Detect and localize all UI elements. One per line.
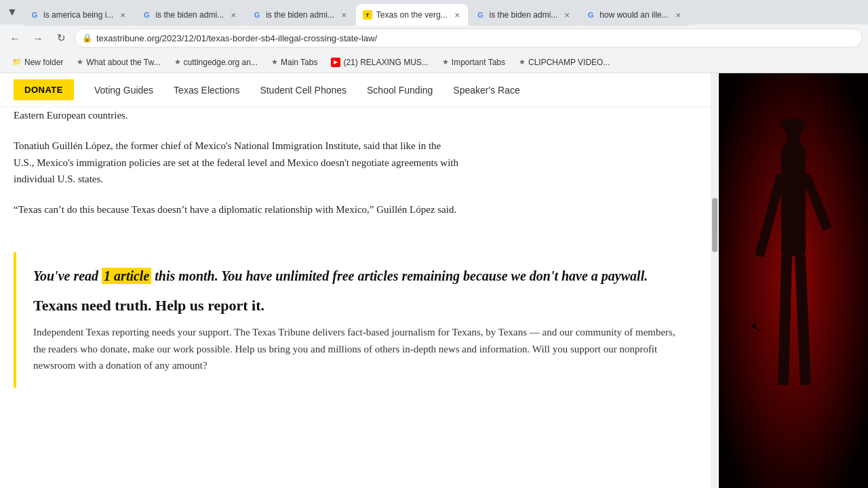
tab-title-3: is the biden admi... xyxy=(266,10,334,20)
address-text[interactable]: texastribune.org/2023/12/01/texas-border… xyxy=(96,33,855,43)
tab-favicon-2: G xyxy=(142,10,151,20)
tab-close-1[interactable]: ✕ xyxy=(117,9,128,20)
tab-5[interactable]: G is the biden admi... ✕ xyxy=(469,4,578,26)
paywall-read-count: You've read 1 article this month. You ha… xyxy=(33,266,680,286)
tab-title-6: how would an ille... xyxy=(599,10,668,20)
bookmark-label-5: Important Tabs xyxy=(452,58,505,67)
bookmark-3[interactable]: ★ Main Tabs xyxy=(266,56,323,69)
bookmark-new-folder[interactable]: 📁 New folder xyxy=(7,56,68,69)
bookmark-5[interactable]: ★ CLIPCHAMP VIDEO... xyxy=(513,56,615,69)
donate-button[interactable]: DONATE xyxy=(14,79,74,100)
nav-speakers-race[interactable]: Speaker's Race xyxy=(453,85,519,96)
paywall-box: You've read 1 article this month. You ha… xyxy=(14,252,697,388)
paywall-highlight: 1 article xyxy=(102,268,151,284)
tab-favicon-4: T xyxy=(363,10,372,20)
bookmark-youtube[interactable]: ▶ (21) RELAXING MUS... xyxy=(326,56,433,69)
bookmark-2[interactable]: ★ cuttingedge.org an... xyxy=(169,56,263,69)
tab-6[interactable]: G how would an ille... ✕ xyxy=(579,4,688,26)
tab-close-6[interactable]: ✕ xyxy=(673,9,684,20)
bookmark-label-2: cuttingedge.org an... xyxy=(184,58,258,67)
bookmark-label-6: CLIPCHAMP VIDEO... xyxy=(528,58,610,67)
tab-favicon-1: G xyxy=(30,10,39,20)
tab-3[interactable]: G is the biden admi... ✕ xyxy=(245,4,355,26)
tab-4-active[interactable]: T Texas on the verg... ✕ xyxy=(356,4,468,26)
browser-chrome: ▼ G is america being i... ✕ G is the bid… xyxy=(0,0,868,74)
article-para-1: Eastern European countries. xyxy=(14,107,461,124)
address-box[interactable]: 🔒 texastribune.org/2023/12/01/texas-bord… xyxy=(75,28,863,47)
side-image xyxy=(719,73,868,488)
svg-rect-3 xyxy=(781,155,806,256)
bookmark-1[interactable]: ★ What about the Tw... xyxy=(71,56,165,69)
article-para-3: “Texas can’t do this because Texas doesn… xyxy=(14,201,461,218)
bookmark-label-0: New folder xyxy=(24,58,63,67)
star-icon-5: ★ xyxy=(519,58,526,66)
paywall-read-prefix: You've read xyxy=(33,268,102,283)
tab-2[interactable]: G is the biden admi... ✕ xyxy=(135,4,244,26)
site-nav: DONATE Voting Guides Texas Elections Stu… xyxy=(0,73,711,107)
folder-icon: 📁 xyxy=(12,58,22,66)
new-tab-button[interactable]: ▼ xyxy=(3,3,22,22)
svg-line-7 xyxy=(800,256,806,385)
paywall-headline: Texans need truth. Help us report it. xyxy=(33,297,680,314)
back-button[interactable]: ← xyxy=(5,28,24,47)
star-icon-3: ★ xyxy=(271,58,278,66)
tab-close-3[interactable]: ✕ xyxy=(338,9,349,20)
tab-close-4[interactable]: ✕ xyxy=(452,9,462,20)
tab-favicon-5: G xyxy=(476,10,486,20)
address-bar-row: ← → ↻ 🔒 texastribune.org/2023/12/01/texa… xyxy=(0,24,868,52)
article-para-2: Tonatiuh Guillén López, the former chief… xyxy=(14,138,461,188)
bookmark-4[interactable]: ★ Important Tabs xyxy=(437,56,511,69)
nav-texas-elections[interactable]: Texas Elections xyxy=(174,85,239,96)
tab-favicon-6: G xyxy=(586,10,595,20)
silhouette-svg xyxy=(719,73,868,488)
tab-1[interactable]: G is america being i... ✕ xyxy=(23,4,134,26)
paywall-body: Independent Texas reporting needs your s… xyxy=(33,324,680,374)
tab-title-5: is the biden admi... xyxy=(490,10,558,20)
content-area: DONATE Voting Guides Texas Elections Stu… xyxy=(0,73,711,488)
scrollbar-thumb[interactable] xyxy=(712,198,717,252)
star-icon-1: ★ xyxy=(77,58,83,66)
refresh-button[interactable]: ↻ xyxy=(52,28,71,47)
youtube-icon: ▶ xyxy=(331,58,340,67)
tab-close-5[interactable]: ✕ xyxy=(561,9,572,20)
tab-bar: ▼ G is america being i... ✕ G is the bid… xyxy=(0,0,868,24)
bookmarks-bar: 📁 New folder ★ What about the Tw... ★ cu… xyxy=(0,52,868,73)
tab-title-2: is the biden admi... xyxy=(155,10,224,20)
star-icon-4: ★ xyxy=(442,58,449,66)
paywall-read-suffix: this month. You have unlimited free arti… xyxy=(151,268,648,283)
forward-button[interactable]: → xyxy=(28,28,47,47)
bookmark-label-1: What about the Tw... xyxy=(86,58,160,67)
nav-voting-guides[interactable]: Voting Guides xyxy=(94,85,153,96)
scrollbar[interactable] xyxy=(711,73,719,488)
svg-line-6 xyxy=(783,256,787,385)
tab-title-1: is america being i... xyxy=(43,10,113,20)
bookmark-label-4: (21) RELAXING MUS... xyxy=(343,58,428,67)
tab-close-2[interactable]: ✕ xyxy=(228,9,239,20)
tab-favicon-3: G xyxy=(252,10,262,20)
nav-school-funding[interactable]: School Funding xyxy=(367,85,433,96)
article-content: Eastern European countries. Tonatiuh Gui… xyxy=(0,107,475,245)
star-icon-2: ★ xyxy=(174,58,181,66)
svg-rect-9 xyxy=(787,119,800,142)
tab-title-4: Texas on the verg... xyxy=(376,10,448,20)
nav-student-cell-phones[interactable]: Student Cell Phones xyxy=(260,85,347,96)
lock-icon: 🔒 xyxy=(82,33,92,43)
bookmark-label-3: Main Tabs xyxy=(281,58,317,67)
